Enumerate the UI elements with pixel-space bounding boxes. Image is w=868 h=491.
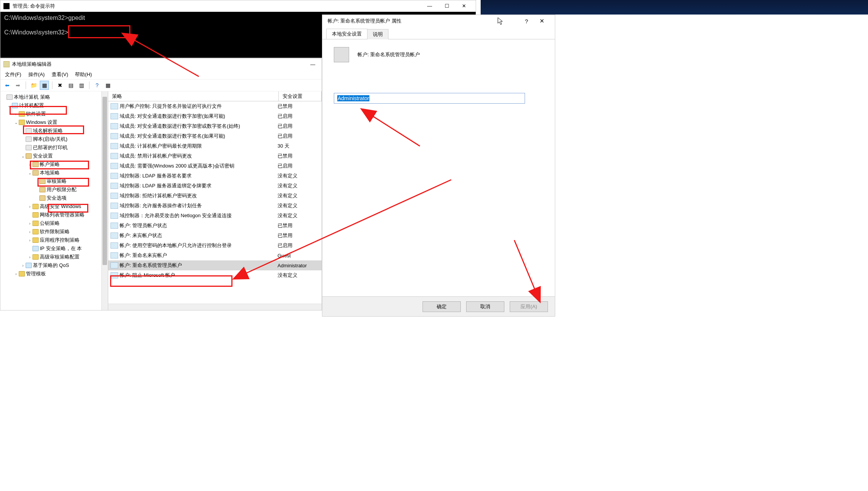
policy-row[interactable]: 域成员: 需要强(Windows 2000 或更高版本)会话密钥已启用 [108,161,322,171]
apply-button[interactable]: 应用(A) [510,301,548,312]
expand-icon[interactable]: › [13,272,19,276]
cmd-icon [3,3,10,9]
tree-root[interactable]: 本地计算机 策略 [14,94,50,101]
expand-icon[interactable]: ⌄ [20,154,26,158]
cursor-icon [497,17,504,25]
tree-admin-templates[interactable]: 管理模板 [26,270,46,277]
tree-scripts[interactable]: 脚本(启动/关机) [33,136,67,143]
policy-row[interactable]: 域控制器: LDAP 服务器通道绑定令牌要求没有定义 [108,181,322,191]
gpedit-tree[interactable]: 本地计算机 策略 ⌄计算机配置 ›软件设置 ⌄Windows 设置 域名解析策略… [0,91,108,310]
tree-name-resolution[interactable]: 域名解析策略 [33,127,63,134]
policy-row[interactable]: 帐户: 重命名来宾帐户Guest [108,250,322,260]
gpedit-minimize-button[interactable]: — [307,62,319,67]
tree-windows-settings[interactable]: Windows 设置 [26,119,57,126]
close-button[interactable]: ✕ [534,18,549,24]
cmd-titlebar[interactable]: 管理员: 命令提示符 — ☐ ✕ [0,0,476,12]
menu-view[interactable]: 查看(V) [52,71,68,78]
tree-pubkey-policies[interactable]: 公钥策略 [40,220,60,227]
properties-tabs: 本地安全设置 说明 [322,27,555,39]
policy-row[interactable]: 域成员: 对安全通道数据进行数字签名(如果可能)已启用 [108,131,322,141]
help-button[interactable]: ? [519,18,534,24]
expand-icon[interactable]: › [27,205,33,209]
desktop-background-strip [481,0,868,15]
col-header-policy[interactable]: 策略 [108,91,279,101]
cancel-button[interactable]: 取消 [466,301,504,312]
policy-row[interactable]: 帐户: 阻止 Microsoft 帐户没有定义 [108,270,322,280]
policy-item-icon [111,262,118,268]
expand-icon[interactable]: ⌄ [7,104,12,108]
policy-row[interactable]: 域成员: 对安全通道数据进行数字加密或数字签名(始终)已启用 [108,121,322,131]
menu-file[interactable]: 文件(F) [5,71,21,78]
filter-button[interactable]: ▦ [103,81,112,90]
policy-row[interactable]: 用户帐户控制: 只提升签名并验证的可执行文件已禁用 [108,101,322,111]
policy-row[interactable]: 域成员: 计算机帐户密码最长使用期限30 天 [108,141,322,151]
expand-icon[interactable]: ⌄ [27,171,33,175]
ipsec-icon [33,246,39,251]
policy-item-icon [111,173,118,179]
policy-row[interactable]: 帐户: 使用空密码的本地帐户只允许进行控制台登录已启用 [108,241,322,250]
policy-name: 用户帐户控制: 只提升签名并验证的可执行文件 [120,103,278,110]
tree-security-settings[interactable]: 安全设置 [33,153,53,159]
tree-adv-audit[interactable]: 高级审核策略配置 [40,254,80,260]
expand-icon[interactable]: › [27,230,33,234]
col-header-setting[interactable]: 安全设置 [279,91,322,101]
expand-icon[interactable]: › [27,163,33,167]
tree-audit-policy[interactable]: 审核策略 [47,178,67,185]
computer-icon [12,103,18,108]
policy-row[interactable]: 域成员: 禁用计算机帐户密码更改已禁用 [108,151,322,161]
export-button[interactable]: ▥ [77,81,86,90]
expand-icon[interactable]: › [13,112,19,116]
gpedit-titlebar[interactable]: 本地组策略编辑器 — [0,59,322,70]
properties-button[interactable]: ▤ [66,81,75,90]
policy-row[interactable]: 域控制器: 拒绝计算机帐户密码更改没有定义 [108,191,322,201]
policy-name: 域成员: 对安全通道数据进行数字加密(如果可能) [120,113,278,120]
help-button[interactable]: ? [93,81,102,90]
tree-local-policies[interactable]: 本地策略 [40,169,60,176]
gpedit-list[interactable]: 策略 安全设置 用户帐户控制: 只提升签名并验证的可执行文件已禁用域成员: 对安… [108,91,322,310]
tree-app-control[interactable]: 应用程序控制策略 [40,237,80,244]
tree-qos[interactable]: 基于策略的 QoS [33,262,69,269]
policy-row[interactable]: 域成员: 对安全通道数据进行数字加密(如果可能)已启用 [108,111,322,121]
ok-button[interactable]: 确定 [423,301,461,312]
up-button[interactable]: 📁 [29,81,38,90]
menu-help[interactable]: 帮助(H) [75,71,92,78]
show-hide-tree-button[interactable]: ▦ [40,81,49,90]
tab-local-security[interactable]: 本地安全设置 [326,29,367,39]
policy-row[interactable]: 域控制器: LDAP 服务器签名要求没有定义 [108,171,322,181]
policy-row[interactable]: 域控制器: 允许服务器操作者计划任务没有定义 [108,201,322,211]
tree-deployed-printers[interactable]: 已部署的打印机 [33,144,68,151]
list-scrollbar-h[interactable] [108,304,322,310]
policy-row[interactable]: 帐户: 来宾帐户状态已禁用 [108,231,322,241]
tree-ip-security[interactable]: IP 安全策略，在 本 [40,245,82,252]
maximize-button[interactable]: ☐ [438,0,455,12]
policy-row[interactable]: 帐户: 重命名系统管理员帐户Administrator [108,260,322,270]
tree-net-list-mgr[interactable]: 网络列表管理器策略 [40,211,85,218]
policy-value: 已禁用 [278,153,322,159]
menu-action[interactable]: 操作(A) [28,71,45,78]
close-button[interactable]: ✕ [455,0,473,12]
folder-icon [33,237,39,243]
admin-name-input[interactable]: Administrator [334,93,525,104]
tree-security-options[interactable]: 安全选项 [47,195,67,202]
minimize-button[interactable]: — [421,0,438,12]
policy-row[interactable]: 帐户: 管理员帐户状态已禁用 [108,221,322,231]
policy-value: Guest [278,253,322,259]
tree-account-policies[interactable]: 帐户策略 [40,161,60,168]
expand-icon[interactable]: ⌄ [13,120,19,125]
expand-icon[interactable]: › [27,238,33,242]
tree-software-settings[interactable]: 软件设置 [26,111,46,117]
expand-icon[interactable]: › [27,255,33,259]
back-button[interactable]: ⬅ [3,81,12,90]
tree-scrollbar[interactable] [101,91,108,310]
tree-adv-firewall[interactable]: 高级安全 Windows [40,203,81,210]
properties-titlebar[interactable]: 帐户: 重命名系统管理员帐户 属性 ? ✕ [322,15,555,27]
tab-explain[interactable]: 说明 [367,29,388,39]
forward-button[interactable]: ➡ [13,81,23,90]
expand-icon[interactable]: › [27,221,33,226]
tree-user-rights[interactable]: 用户权限分配 [47,186,76,193]
tree-computer-config[interactable]: 计算机配置 [19,102,44,109]
tree-sw-restrict[interactable]: 软件限制策略 [40,228,70,235]
delete-button[interactable]: ✖ [55,81,65,90]
expand-icon[interactable]: › [20,263,26,268]
policy-row[interactable]: 域控制器：允许易受攻击的 Netlogon 安全通道连接没有定义 [108,211,322,221]
